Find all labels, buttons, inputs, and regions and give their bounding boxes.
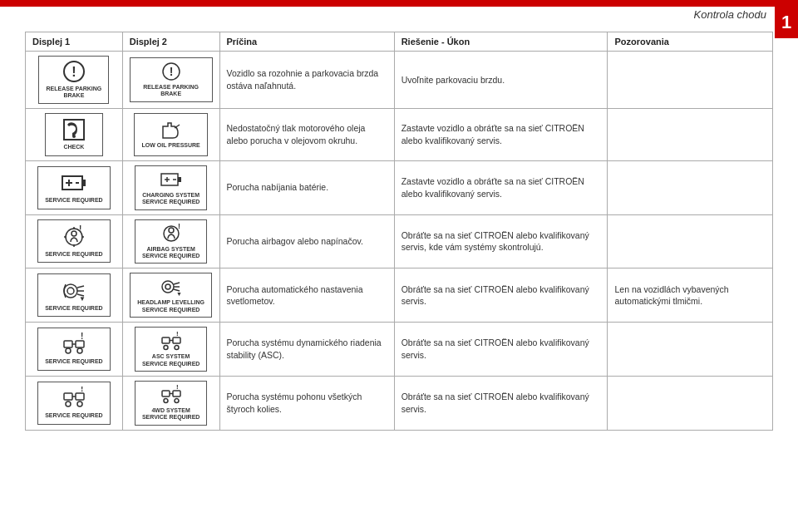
svg-text:!: ! bbox=[71, 65, 76, 79]
cause-cell: Porucha systému dynamického riadenia sta… bbox=[219, 323, 394, 377]
col-header-solution: Riešenie - Úkon bbox=[394, 32, 608, 52]
display2-icon-box: LOW OIL PRESSURE bbox=[134, 113, 207, 156]
col-header-cause: Príčina bbox=[219, 32, 394, 52]
svg-point-61 bbox=[175, 398, 179, 402]
notes-cell bbox=[608, 52, 773, 109]
svg-text:!: ! bbox=[176, 385, 179, 391]
notes-cell bbox=[608, 160, 773, 214]
top-bar bbox=[0, 0, 798, 7]
table-row: !SERVICE REQUIRED!ASC SYSTEMSERVICE REQU… bbox=[26, 323, 773, 377]
display1-cell: ▼SERVICE REQUIRED bbox=[26, 268, 123, 323]
section-title: Kontrola chodu bbox=[694, 8, 766, 21]
svg-point-48 bbox=[164, 346, 168, 350]
display1-cell: !SERVICE REQUIRED bbox=[26, 323, 123, 377]
svg-point-54 bbox=[66, 401, 71, 406]
svg-point-5 bbox=[72, 135, 76, 138]
svg-text:!: ! bbox=[178, 224, 180, 230]
display1-cell: !SERVICE REQUIRED bbox=[26, 376, 123, 430]
svg-rect-51 bbox=[64, 393, 72, 400]
cause-cell: Porucha airbagov alebo napínačov. bbox=[219, 214, 394, 268]
display1-icon-box: !SERVICE REQUIRED bbox=[37, 328, 111, 371]
svg-rect-46 bbox=[173, 337, 180, 343]
solution-cell: Obráťte sa na sieť CITROËN alebo kvalifi… bbox=[394, 214, 608, 268]
svg-rect-58 bbox=[173, 391, 180, 397]
cause-cell: Porucha systému pohonu všetkých štyroch … bbox=[219, 376, 394, 430]
display1-icon-box: ▼SERVICE REQUIRED bbox=[37, 273, 111, 317]
col-header-display1: Displej 1 bbox=[26, 32, 123, 52]
table-row: !SERVICE REQUIRED!4WD SYSTEMSERVICE REQU… bbox=[26, 376, 773, 430]
solution-cell: Zastavte vozidlo a obráťte sa na sieť CI… bbox=[394, 160, 608, 214]
svg-rect-40 bbox=[76, 341, 84, 347]
display2-icon-box: !AIRBAG SYSTEMSERVICE REQUIRED bbox=[135, 219, 208, 264]
display1-label: SERVICE REQUIRED bbox=[45, 305, 103, 312]
col-header-notes: Pozorovania bbox=[608, 32, 773, 52]
display1-icon-box: SERVICE REQUIRED bbox=[37, 166, 111, 209]
solution-cell: Obráťte sa na sieť CITROËN alebo kvalifi… bbox=[394, 268, 608, 323]
table-row: !SERVICE REQUIRED!AIRBAG SYSTEMSERVICE R… bbox=[26, 214, 773, 268]
cause-cell: Nedostatočný tlak motorového oleja alebo… bbox=[219, 108, 394, 160]
display1-icon-box: CHECK bbox=[45, 113, 103, 156]
svg-text:!: ! bbox=[169, 65, 173, 78]
display2-label: HEADLAMP LEVELLINGSERVICE REQUIRED bbox=[137, 299, 204, 313]
display1-label: SERVICE REQUIRED bbox=[45, 358, 103, 365]
notes-cell bbox=[608, 323, 773, 377]
notes-cell bbox=[608, 214, 773, 268]
display1-label: CHECK bbox=[63, 144, 84, 150]
notes-cell bbox=[608, 108, 773, 160]
svg-rect-39 bbox=[64, 341, 72, 347]
page-number: 1 bbox=[775, 7, 798, 38]
display2-cell: !RELEASE PARKING BRAKE bbox=[122, 52, 219, 109]
notes-cell: Len na vozidlách vybavených automatickým… bbox=[608, 268, 773, 323]
svg-rect-8 bbox=[82, 180, 86, 186]
display2-label: LOW OIL PRESSURE bbox=[141, 142, 200, 149]
svg-rect-13 bbox=[178, 177, 181, 182]
display1-icon-box: !SERVICE REQUIRED bbox=[37, 219, 111, 263]
cause-cell: Porucha nabíjania batérie. bbox=[219, 160, 394, 214]
display2-cell: !AIRBAG SYSTEMSERVICE REQUIRED bbox=[122, 214, 219, 268]
display1-cell: !RELEASE PARKINGBRAKE bbox=[26, 52, 123, 109]
cause-cell: Porucha automatického nastavenia svetlom… bbox=[219, 268, 394, 323]
display2-label: ASC SYSTEMSERVICE REQUIRED bbox=[142, 353, 200, 367]
display1-cell: CHECK bbox=[26, 108, 123, 160]
display2-cell: !ASC SYSTEMSERVICE REQUIRED bbox=[122, 323, 219, 377]
display2-label: 4WD SYSTEMSERVICE REQUIRED bbox=[142, 407, 200, 421]
main-content: Displej 1 Displej 2 Príčina Riešenie - Ú… bbox=[0, 32, 798, 431]
solution-cell: Obráťte sa na sieť CITROËN alebo kvalifi… bbox=[394, 323, 608, 377]
svg-text:!: ! bbox=[176, 331, 179, 337]
svg-point-55 bbox=[77, 401, 82, 406]
svg-point-49 bbox=[175, 346, 179, 350]
svg-point-33 bbox=[162, 281, 174, 293]
display2-icon-box: ▼HEADLAMP LEVELLINGSERVICE REQUIRED bbox=[130, 273, 212, 318]
solution-cell: Obráťte sa na sieť CITROËN alebo kvalifi… bbox=[394, 376, 608, 430]
display1-label: SERVICE REQUIRED bbox=[45, 251, 103, 258]
display2-cell: LOW OIL PRESSURE bbox=[122, 108, 219, 160]
display2-label: CHARGING SYSTEMSERVICE REQUIRED bbox=[142, 192, 200, 206]
display2-label: RELEASE PARKING BRAKE bbox=[137, 84, 205, 98]
display2-cell: !4WD SYSTEMSERVICE REQUIRED bbox=[122, 376, 219, 430]
solution-cell: Uvoľnite parkovaciu brzdu. bbox=[394, 52, 608, 109]
svg-point-25 bbox=[169, 228, 174, 233]
display2-icon-box: !ASC SYSTEMSERVICE REQUIRED bbox=[135, 327, 208, 372]
svg-point-18 bbox=[71, 231, 76, 236]
display1-icon-box: !RELEASE PARKINGBRAKE bbox=[38, 56, 109, 104]
display2-icon-box: !RELEASE PARKING BRAKE bbox=[130, 57, 213, 102]
svg-text:▼: ▼ bbox=[176, 291, 182, 297]
display2-icon-box: !4WD SYSTEMSERVICE REQUIRED bbox=[135, 381, 208, 426]
info-table: Displej 1 Displej 2 Príčina Riešenie - Ú… bbox=[25, 32, 773, 431]
svg-text:!: ! bbox=[81, 387, 83, 393]
display1-label: SERVICE REQUIRED bbox=[45, 412, 103, 419]
svg-point-42 bbox=[66, 348, 71, 353]
display2-cell: ▼HEADLAMP LEVELLINGSERVICE REQUIRED bbox=[122, 268, 219, 323]
svg-point-34 bbox=[165, 284, 170, 289]
table-row: ▼SERVICE REQUIRED▼HEADLAMP LEVELLINGSERV… bbox=[26, 268, 773, 323]
table-row: !RELEASE PARKINGBRAKE!RELEASE PARKING BR… bbox=[26, 52, 773, 109]
table-row: SERVICE REQUIREDCHARGING SYSTEMSERVICE R… bbox=[26, 160, 773, 214]
display1-icon-box: !SERVICE REQUIRED bbox=[37, 382, 111, 425]
svg-text:▼: ▼ bbox=[79, 295, 86, 303]
notes-cell bbox=[608, 376, 773, 430]
display1-cell: !SERVICE REQUIRED bbox=[26, 214, 123, 268]
display2-icon-box: CHARGING SYSTEMSERVICE REQUIRED bbox=[135, 165, 208, 210]
svg-line-29 bbox=[77, 286, 84, 288]
svg-point-60 bbox=[164, 398, 168, 402]
svg-line-35 bbox=[174, 283, 180, 284]
